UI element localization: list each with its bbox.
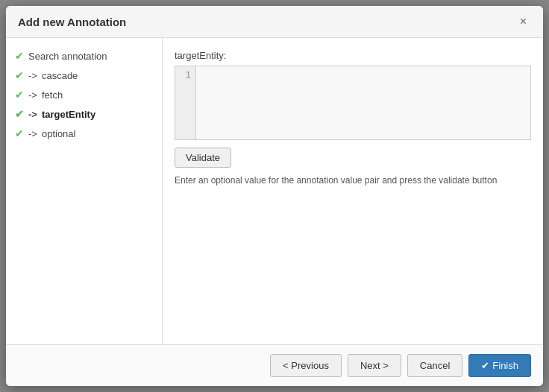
dialog-footer: < Previous Next > Cancel ✔Finish bbox=[6, 344, 543, 386]
previous-button[interactable]: < Previous bbox=[270, 354, 342, 377]
check-icon-optional: ✔ bbox=[15, 127, 24, 139]
sidebar-label-targetentity: targetEntity bbox=[42, 109, 95, 120]
check-icon-search: ✔ bbox=[15, 50, 24, 62]
finish-checkmark-icon: ✔ bbox=[481, 360, 489, 371]
line-numbers: 1 bbox=[175, 66, 196, 139]
check-icon-targetentity: ✔ bbox=[15, 108, 24, 120]
editor-input[interactable] bbox=[196, 66, 530, 139]
sidebar: ✔ Search annotation ✔ -> cascade ✔ -> fe… bbox=[6, 38, 163, 344]
sidebar-label-cascade: cascade bbox=[42, 70, 78, 81]
dialog-body: ✔ Search annotation ✔ -> cascade ✔ -> fe… bbox=[6, 38, 543, 344]
editor-wrapper: 1 bbox=[175, 66, 531, 140]
check-icon-fetch: ✔ bbox=[15, 89, 24, 101]
arrow-fetch: -> bbox=[28, 89, 37, 101]
sidebar-item-search-annotation[interactable]: ✔ Search annotation bbox=[15, 50, 153, 62]
arrow-targetentity: -> bbox=[28, 109, 37, 120]
dialog-title: Add new Annotation bbox=[18, 16, 126, 28]
sidebar-item-targetentity[interactable]: ✔ -> targetEntity bbox=[15, 108, 153, 120]
field-label: targetEntity: bbox=[175, 50, 531, 61]
close-button[interactable]: × bbox=[515, 13, 531, 30]
finish-button[interactable]: ✔Finish bbox=[468, 354, 531, 377]
sidebar-label-fetch: fetch bbox=[42, 89, 63, 101]
next-button[interactable]: Next > bbox=[348, 354, 401, 377]
sidebar-label-optional: optional bbox=[42, 128, 76, 139]
sidebar-item-optional[interactable]: ✔ -> optional bbox=[15, 127, 153, 139]
arrow-cascade: -> bbox=[28, 70, 37, 81]
add-annotation-dialog: Add new Annotation × ✔ Search annotation… bbox=[6, 6, 543, 386]
hint-text: Enter an optional value for the annotati… bbox=[175, 175, 531, 186]
cancel-button[interactable]: Cancel bbox=[407, 354, 462, 377]
finish-label: Finish bbox=[492, 360, 518, 371]
dialog-header: Add new Annotation × bbox=[6, 6, 543, 38]
main-content: targetEntity: 1 Validate Enter an option… bbox=[163, 38, 543, 344]
arrow-optional: -> bbox=[28, 128, 37, 139]
sidebar-item-fetch[interactable]: ✔ -> fetch bbox=[15, 89, 153, 101]
validate-button[interactable]: Validate bbox=[175, 148, 231, 168]
check-icon-cascade: ✔ bbox=[15, 69, 24, 81]
sidebar-label-search-annotation: Search annotation bbox=[28, 51, 107, 62]
sidebar-item-cascade[interactable]: ✔ -> cascade bbox=[15, 69, 153, 81]
